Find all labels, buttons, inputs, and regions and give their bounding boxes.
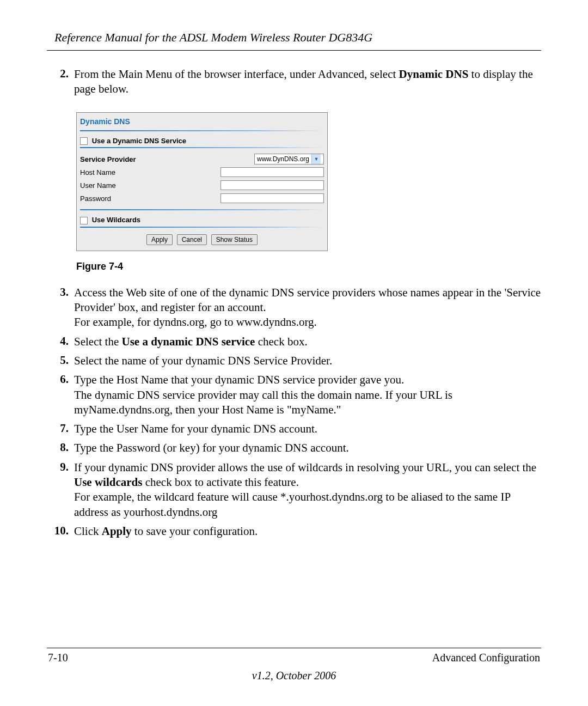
step-8: 8. Type the Password (or key) for your d… — [47, 441, 541, 455]
figure-caption: Figure 7-4 — [76, 261, 541, 272]
step-body: Select the Use a dynamic DNS service che… — [74, 334, 308, 349]
host-name-row: Host Name — [80, 166, 324, 179]
text: Type the User Name for your dynamic DNS … — [74, 422, 317, 435]
header-rule — [47, 50, 541, 51]
step-9: 9. If your dynamic DNS provider allows t… — [47, 460, 541, 520]
text: For example, for dyndns.org, go to www.d… — [74, 315, 317, 328]
running-header: Reference Manual for the ADSL Modem Wire… — [54, 31, 541, 45]
text: check box. — [255, 335, 307, 348]
text: Select the name of your dynamic DNS Serv… — [74, 354, 332, 367]
step-4: 4. Select the Use a dynamic DNS service … — [47, 334, 541, 349]
user-name-row: User Name — [80, 179, 324, 192]
use-ddns-checkbox[interactable] — [80, 137, 88, 145]
step-number: 8. — [47, 441, 74, 455]
step-7: 7. Type the User Name for your dynamic D… — [47, 422, 541, 436]
page-number: 7-10 — [48, 652, 68, 664]
text: Access the Web site of one of the dynami… — [74, 286, 541, 314]
password-label: Password — [80, 194, 189, 203]
show-status-button[interactable]: Show Status — [211, 234, 258, 245]
use-wildcards-checkbox[interactable] — [80, 217, 88, 224]
step-body: Type the Password (or key) for your dyna… — [74, 441, 349, 455]
password-input[interactable] — [220, 193, 324, 203]
step-body: Select the name of your dynamic DNS Serv… — [74, 354, 332, 368]
chevron-down-icon: ▼ — [311, 154, 321, 164]
text: The dynamic DNS service provider may cal… — [74, 388, 452, 416]
button-row: Apply Cancel Show Status — [77, 231, 327, 251]
step-3: 3. Access the Web site of one of the dyn… — [47, 285, 541, 330]
step-6: 6. Type the Host Name that your dynamic … — [47, 373, 541, 417]
divider — [80, 147, 324, 148]
service-provider-select[interactable]: www.DynDNS.org ▼ — [254, 154, 324, 165]
step-body: Type the Host Name that your dynamic DNS… — [74, 373, 541, 417]
bold-text: Apply — [102, 525, 132, 538]
password-row: Password — [80, 192, 324, 205]
user-name-label: User Name — [80, 181, 189, 190]
bold-text: Use wildcards — [74, 476, 142, 489]
step-number: 5. — [47, 354, 74, 368]
divider — [80, 227, 324, 228]
ddns-form: Service Provider www.DynDNS.org ▼ Host N… — [77, 151, 327, 209]
dynamic-dns-screenshot: Dynamic DNS Use a Dynamic DNS Service Se… — [76, 112, 328, 251]
service-provider-row: Service Provider www.DynDNS.org ▼ — [80, 153, 324, 166]
step-number: 7. — [47, 422, 74, 436]
use-ddns-label: Use a Dynamic DNS Service — [92, 137, 186, 145]
use-wildcards-label: Use Wildcards — [92, 216, 140, 224]
footer-rule — [47, 648, 541, 648]
host-name-label: Host Name — [80, 168, 189, 176]
user-name-input[interactable] — [220, 180, 324, 190]
step-number: 3. — [47, 285, 74, 330]
step-body: If your dynamic DNS provider allows the … — [74, 460, 541, 520]
text: From the Main Menu of the browser interf… — [74, 68, 399, 81]
apply-button[interactable]: Apply — [146, 234, 173, 245]
footer-version: v1.2, October 2006 — [47, 670, 541, 682]
step-body: From the Main Menu of the browser interf… — [74, 67, 541, 97]
host-name-input[interactable] — [220, 167, 324, 177]
step-10: 10. Click Apply to save your configurati… — [47, 524, 541, 539]
cancel-button[interactable]: Cancel — [177, 234, 207, 245]
text: For example, the wildcard feature will c… — [74, 490, 510, 518]
text: Type the Host Name that your dynamic DNS… — [74, 373, 404, 386]
divider — [80, 130, 324, 131]
step-5: 5. Select the name of your dynamic DNS S… — [47, 354, 541, 368]
text: If your dynamic DNS provider allows the … — [74, 461, 536, 474]
bold-text: Use a dynamic DNS service — [121, 335, 255, 348]
step-body: Access the Web site of one of the dynami… — [74, 285, 541, 330]
step-body: Click Apply to save your configuration. — [74, 524, 258, 539]
use-ddns-row: Use a Dynamic DNS Service — [77, 135, 327, 148]
use-wildcards-row: Use Wildcards — [77, 214, 327, 227]
text: Select the — [74, 335, 121, 348]
step-number: 6. — [47, 373, 74, 417]
step-number: 9. — [47, 460, 74, 520]
section-name: Advanced Configuration — [432, 652, 540, 664]
bold-text: Dynamic DNS — [399, 68, 469, 81]
step-number: 10. — [47, 524, 74, 539]
divider — [80, 209, 324, 210]
text: check box to activate this feature. — [142, 476, 298, 489]
text: Type the Password (or key) for your dyna… — [74, 441, 349, 454]
step-number: 4. — [47, 334, 74, 349]
text: to save your configuration. — [132, 525, 258, 538]
panel-title: Dynamic DNS — [77, 113, 327, 130]
footer-row: 7-10 Advanced Configuration — [47, 652, 541, 664]
step-number: 2. — [47, 67, 74, 97]
step-body: Type the User Name for your dynamic DNS … — [74, 422, 317, 436]
select-value: www.DynDNS.org — [257, 155, 309, 163]
step-2: 2. From the Main Menu of the browser int… — [47, 67, 541, 97]
text: Click — [74, 525, 102, 538]
service-provider-label: Service Provider — [80, 155, 189, 163]
